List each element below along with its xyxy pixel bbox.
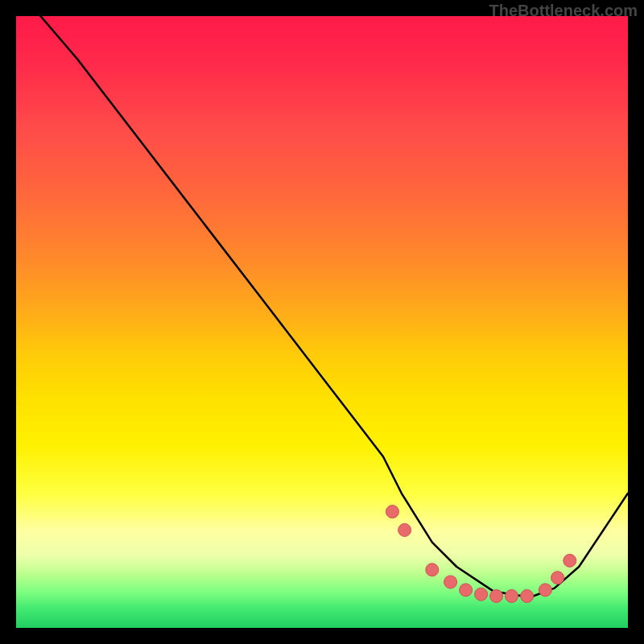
- curve-marker: [490, 590, 503, 603]
- curve-marker: [564, 554, 576, 567]
- curve-marker: [386, 506, 398, 518]
- chart-svg: [16, 16, 628, 628]
- curve-marker: [426, 564, 439, 576]
- curve-marker: [506, 590, 518, 603]
- curve-marker: [475, 588, 488, 601]
- curve-marker: [398, 523, 411, 536]
- bottleneck-curve: [40, 16, 628, 597]
- curve-marker: [551, 572, 564, 584]
- curve-marker: [539, 584, 551, 597]
- curve-markers: [386, 506, 576, 603]
- curve-marker: [521, 590, 534, 603]
- curve-marker: [460, 584, 473, 597]
- watermark-text: TheBottleneck.com: [489, 2, 638, 20]
- curve-marker: [444, 576, 457, 588]
